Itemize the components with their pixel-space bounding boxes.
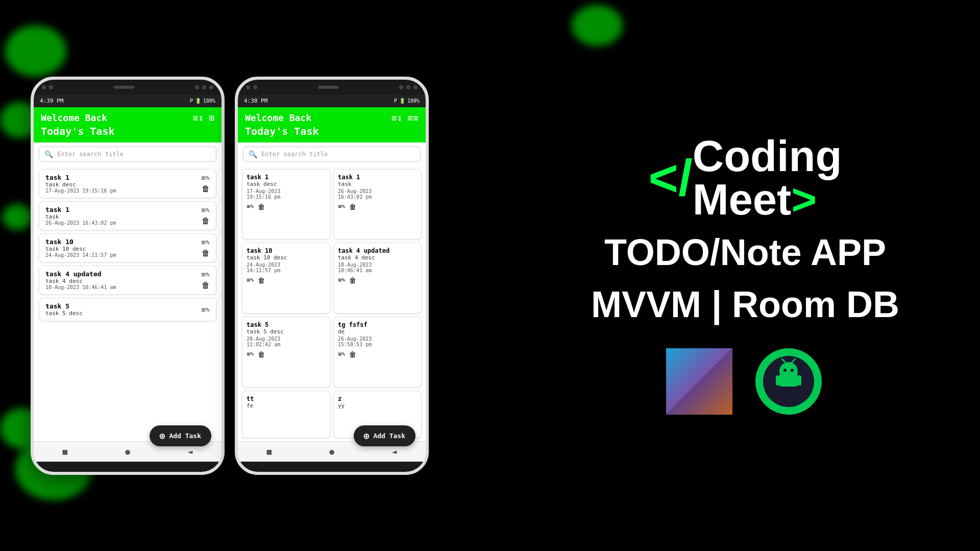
coding-meet-words: Coding Meet> bbox=[693, 134, 842, 221]
task4-edit-icon[interactable]: ≡✎ bbox=[201, 270, 210, 278]
phone1-header-icons: ≡↕ ⊞ bbox=[192, 112, 214, 123]
phone1-speaker bbox=[114, 86, 134, 89]
task2-edit-icon[interactable]: ≡✎ bbox=[201, 206, 210, 214]
grid-task1-desc: task desc bbox=[247, 181, 326, 187]
phone1-search-bar[interactable]: 🔍 Enter search title bbox=[39, 147, 216, 162]
phone2-header-top: Welcome Back ≡↕ ≡≡ bbox=[245, 112, 419, 123]
grid-task4-actions: ≡✎ 🗑 bbox=[338, 276, 417, 284]
phones-area: 4:39 PM P 🔋 100% Welcome Back ≡↕ ⊞ Today… bbox=[0, 0, 459, 551]
grid-task5-name: task 5 bbox=[247, 321, 326, 328]
task3-edit-icon[interactable]: ≡✎ bbox=[201, 238, 210, 246]
grid-task2-delete[interactable]: 🗑 bbox=[349, 203, 356, 211]
bracket-left: </ bbox=[649, 152, 693, 203]
grid-task4-name: task 4 updated bbox=[338, 247, 417, 254]
task2-date: 26-Aug-2023 16:43:02 pm bbox=[45, 220, 201, 226]
task3-delete-icon[interactable]: 🗑 bbox=[202, 248, 210, 258]
task5-edit-icon[interactable]: ≡✎ bbox=[201, 305, 210, 314]
task4-date: 18-Aug-2023 10:46:41 am bbox=[45, 284, 201, 290]
grid-task2-edit[interactable]: ≡✎ bbox=[338, 203, 345, 211]
mvvm-room-title: MVVM | Room DB bbox=[591, 283, 899, 325]
grid-task6-delete[interactable]: 🗑 bbox=[349, 350, 356, 358]
list-item: task 4 updated task 4 desc 18-Aug-202310… bbox=[333, 243, 422, 314]
phone2-header-icons: ≡↕ ≡≡ bbox=[391, 112, 419, 123]
phone1-filter-icon[interactable]: ≡↕ bbox=[192, 112, 204, 123]
task1-delete-icon[interactable]: 🗑 bbox=[202, 184, 210, 194]
phone2-nav-back[interactable]: ◄ bbox=[392, 447, 397, 457]
branding-area: </ Coding Meet> TODO/Note APP MVVM | Roo… bbox=[510, 0, 980, 551]
phone2-speaker bbox=[318, 86, 338, 89]
phone1-nav-back[interactable]: ◄ bbox=[188, 447, 193, 457]
phone2-add-task-button[interactable]: ⊕ Add Task bbox=[354, 425, 415, 446]
phone1-status-bar: 4:39 PM P 🔋 100% bbox=[34, 95, 222, 107]
task5-info: task 5 task 5 desc bbox=[45, 302, 201, 317]
grid-task1-actions: ≡✎ 🗑 bbox=[247, 203, 326, 211]
grid-task6-name: tg fsfsf bbox=[338, 321, 417, 328]
grid-task1-edit[interactable]: ≡✎ bbox=[247, 203, 254, 211]
grid-task4-edit[interactable]: ≡✎ bbox=[338, 276, 345, 284]
todo-note-title: TODO/Note APP bbox=[604, 231, 886, 273]
grid-task1-delete[interactable]: 🗑 bbox=[258, 203, 265, 211]
task2-delete-icon[interactable]: 🗑 bbox=[202, 216, 210, 226]
grid-task3-delete[interactable]: 🗑 bbox=[258, 276, 265, 284]
table-row: task 5 task 5 desc ≡✎ bbox=[39, 298, 216, 321]
phone1-search-input[interactable]: Enter search title bbox=[57, 151, 124, 158]
phone1-add-task-label: Add Task bbox=[169, 432, 201, 440]
phone1-grid-icon[interactable]: ⊞ bbox=[209, 112, 214, 123]
task4-desc: task 4 desc bbox=[45, 278, 201, 284]
phone2-app-content: Welcome Back ≡↕ ≡≡ Today's Task 🔍 Enter … bbox=[238, 107, 426, 462]
grid-task7-name: tt bbox=[247, 395, 326, 402]
phone2-task-grid: task 1 task desc 17-Aug-202319:15:16 pm … bbox=[238, 166, 426, 441]
phone2-search-bar[interactable]: 🔍 Enter search title bbox=[243, 147, 421, 162]
phone1-signal-p: P bbox=[190, 98, 193, 104]
bottom-logos bbox=[666, 346, 824, 417]
svg-point-9 bbox=[791, 369, 794, 372]
phone1-welcome: Welcome Back bbox=[41, 112, 107, 123]
phone2-bottom-bar bbox=[238, 462, 426, 472]
dot6 bbox=[246, 85, 250, 89]
task4-actions: ≡✎ 🗑 bbox=[201, 270, 210, 290]
phone1-nav-square[interactable]: ■ bbox=[63, 447, 68, 457]
phone-list-view: 4:39 PM P 🔋 100% Welcome Back ≡↕ ⊞ Today… bbox=[31, 77, 225, 475]
phone1-battery-icon: 🔋 bbox=[195, 98, 201, 104]
list-item: task 10 task 10 desc 24-Aug-202314:11:57… bbox=[242, 243, 330, 314]
phone2-list-icon[interactable]: ≡≡ bbox=[407, 112, 419, 123]
phone-grid-view: 4:38 PM P 🔋 100% Welcome Back ≡↕ ≡≡ Toda… bbox=[235, 77, 429, 475]
grid-task5-actions: ≡✎ 🗑 bbox=[247, 350, 326, 358]
phone1-add-task-button[interactable]: ⊕ Add Task bbox=[150, 425, 211, 446]
grid-task1-name: task 1 bbox=[247, 174, 326, 181]
task4-delete-icon[interactable]: 🗑 bbox=[202, 280, 210, 290]
task1-actions: ≡✎ 🗑 bbox=[201, 174, 210, 194]
phone2-top-bar bbox=[238, 80, 426, 95]
phone2-camera2 bbox=[399, 85, 418, 89]
list-item: task 1 task desc 17-Aug-202319:15:16 pm … bbox=[242, 169, 330, 240]
task1-name: task 1 bbox=[45, 174, 201, 181]
grid-task6-date: 26-Aug-202315:58:53 pm bbox=[338, 336, 417, 347]
table-row: task 10 task 10 desc 24-Aug-2023 14:11:5… bbox=[39, 233, 216, 262]
task3-info: task 10 task 10 desc 24-Aug-2023 14:11:5… bbox=[45, 238, 201, 258]
grid-task3-name: task 10 bbox=[247, 247, 326, 254]
phone2-status-bar: 4:38 PM P 🔋 100% bbox=[238, 95, 426, 107]
grid-task6-edit[interactable]: ≡✎ bbox=[338, 350, 345, 358]
grid-task5-delete[interactable]: 🗑 bbox=[258, 350, 265, 358]
phone1-app-content: Welcome Back ≡↕ ⊞ Today's Task 🔍 Enter s… bbox=[34, 107, 222, 462]
phone2-battery-icon: 🔋 bbox=[399, 98, 405, 104]
phone2-filter-icon[interactable]: ≡↕ bbox=[391, 112, 403, 123]
task5-name: task 5 bbox=[45, 302, 201, 310]
dot8 bbox=[399, 85, 403, 89]
grid-task4-delete[interactable]: 🗑 bbox=[349, 276, 356, 284]
phone2-nav-home[interactable]: ● bbox=[329, 447, 334, 457]
grid-task7-desc: fe bbox=[247, 402, 326, 409]
task3-actions: ≡✎ 🗑 bbox=[201, 238, 210, 258]
task2-actions: ≡✎ 🗑 bbox=[201, 206, 210, 226]
grid-task2-date: 26-Aug-202316:43:02 pm bbox=[338, 188, 417, 200]
task1-edit-icon[interactable]: ≡✎ bbox=[201, 174, 210, 182]
phone1-search-icon: 🔍 bbox=[44, 150, 53, 158]
grid-task5-edit[interactable]: ≡✎ bbox=[247, 350, 254, 358]
grid-task2-name: task 1 bbox=[338, 174, 417, 181]
grid-task3-edit[interactable]: ≡✎ bbox=[247, 276, 254, 284]
phone1-nav-home[interactable]: ● bbox=[125, 447, 130, 457]
phone2-search-input[interactable]: Enter search title bbox=[261, 151, 328, 158]
grid-task5-date: 20-Aug-202311:02:42 am bbox=[247, 336, 326, 347]
phone2-nav-square[interactable]: ■ bbox=[267, 447, 272, 457]
svg-rect-6 bbox=[776, 375, 780, 386]
